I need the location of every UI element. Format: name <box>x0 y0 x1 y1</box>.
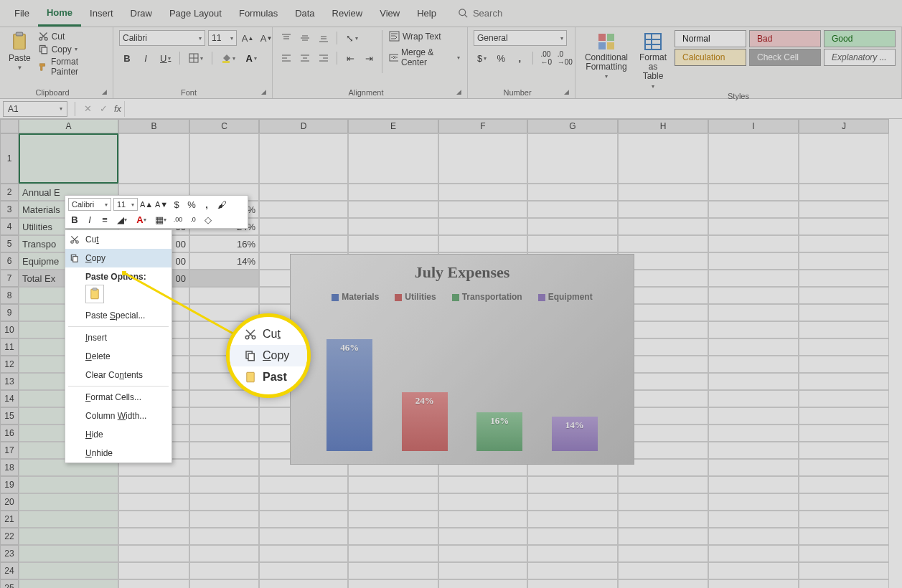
cell-D5[interactable] <box>259 235 348 252</box>
cell-J14[interactable] <box>799 390 889 407</box>
column-header-C[interactable]: C <box>189 119 259 133</box>
mini-align[interactable]: ≡ <box>98 213 111 226</box>
cell-A24[interactable] <box>19 562 118 579</box>
cell-E3[interactable] <box>348 201 438 218</box>
cell-I3[interactable] <box>708 201 799 218</box>
cell-A19[interactable] <box>19 476 118 493</box>
cell-I12[interactable] <box>708 356 799 373</box>
column-header-I[interactable]: I <box>708 119 799 133</box>
merge-center-button[interactable]: Merge & Center▾ <box>387 47 461 68</box>
currency-button[interactable]: $▾ <box>474 50 490 66</box>
cell-I25[interactable] <box>708 579 799 588</box>
cell-B20[interactable] <box>118 493 189 511</box>
cell-G25[interactable] <box>527 579 618 588</box>
shrink-font-button[interactable]: A▼ <box>258 30 274 46</box>
tell-me-search[interactable]: Search <box>458 8 502 19</box>
cell-F20[interactable] <box>438 493 527 511</box>
cell-H2[interactable] <box>618 184 708 201</box>
cell-F25[interactable] <box>438 579 527 588</box>
mini-comma[interactable]: , <box>200 198 213 211</box>
style-bad[interactable]: Bad <box>749 30 821 47</box>
cell-F5[interactable] <box>438 235 527 252</box>
italic-button[interactable]: I <box>138 50 154 66</box>
mini-clear[interactable]: ◇ <box>202 213 215 226</box>
style-explanatory[interactable]: Explanatory ... <box>824 49 896 66</box>
row-header-4[interactable]: 4 <box>0 218 19 235</box>
font-color-button[interactable]: A▾ <box>242 50 260 66</box>
cell-J11[interactable] <box>799 338 889 356</box>
style-check-cell[interactable]: Check Cell <box>749 49 821 66</box>
fx-icon[interactable]: fx <box>111 103 124 114</box>
cell-C6[interactable]: 14% <box>189 252 259 270</box>
align-bottom-button[interactable] <box>316 30 332 46</box>
cell-J2[interactable] <box>799 184 889 201</box>
column-header-G[interactable]: G <box>527 119 618 133</box>
cell-J23[interactable] <box>799 545 889 562</box>
align-middle-button[interactable] <box>297 30 313 46</box>
cell-D24[interactable] <box>259 562 348 579</box>
cut-button[interactable]: Cut <box>37 30 107 42</box>
cell-J19[interactable] <box>799 476 889 493</box>
column-header-F[interactable]: F <box>438 119 527 133</box>
cell-J12[interactable] <box>799 356 889 373</box>
cell-J4[interactable] <box>799 218 889 235</box>
row-header-13[interactable]: 13 <box>0 373 19 390</box>
row-header-23[interactable]: 23 <box>0 545 19 562</box>
align-left-button[interactable] <box>278 50 294 66</box>
mini-font-size[interactable]: 11▾ <box>113 198 138 211</box>
font-size-select[interactable]: 11▾ <box>208 30 237 46</box>
cell-D20[interactable] <box>259 493 348 511</box>
cell-J1[interactable] <box>799 133 889 184</box>
cell-H3[interactable] <box>618 201 708 218</box>
orientation-button[interactable]: ⤡▾ <box>342 30 362 46</box>
tab-data[interactable]: Data <box>286 1 323 25</box>
cell-I10[interactable] <box>708 321 799 338</box>
embedded-chart[interactable]: July Expenses Materials Utilities Transp… <box>290 254 634 465</box>
cell-J25[interactable] <box>799 579 889 588</box>
ctxt-hide[interactable]: Hide <box>65 425 172 444</box>
underline-button[interactable]: U▾ <box>156 50 174 66</box>
cell-G3[interactable] <box>527 201 618 218</box>
cell-F1[interactable] <box>438 133 527 184</box>
mini-currency[interactable]: $ <box>170 198 183 211</box>
cell-E23[interactable] <box>348 545 438 562</box>
cell-E2[interactable] <box>348 184 438 201</box>
cell-E4[interactable] <box>348 218 438 235</box>
cell-C18[interactable] <box>189 459 259 476</box>
select-all-corner[interactable] <box>0 119 19 133</box>
mini-italic[interactable]: I <box>83 213 96 226</box>
cell-C8[interactable] <box>189 287 259 304</box>
cell-J21[interactable] <box>799 511 889 528</box>
cell-G23[interactable] <box>527 545 618 562</box>
indent-increase-button[interactable]: ⇥ <box>361 50 377 66</box>
tab-view[interactable]: View <box>371 1 408 25</box>
fill-color-button[interactable]: ▾ <box>217 50 239 66</box>
row-header-1[interactable]: 1 <box>0 133 19 184</box>
cell-H1[interactable] <box>618 133 708 184</box>
column-header-H[interactable]: H <box>618 119 708 133</box>
cell-I20[interactable] <box>708 493 799 511</box>
cell-I24[interactable] <box>708 562 799 579</box>
cell-I8[interactable] <box>708 287 799 304</box>
row-header-7[interactable]: 7 <box>0 270 19 287</box>
cell-C15[interactable] <box>189 407 259 425</box>
cell-C21[interactable] <box>189 511 259 528</box>
ctxt-cut[interactable]: Cut <box>65 230 172 249</box>
cell-I2[interactable] <box>708 184 799 201</box>
column-header-J[interactable]: J <box>799 119 889 133</box>
cell-J10[interactable] <box>799 321 889 338</box>
cell-J6[interactable] <box>799 252 889 270</box>
cell-C5[interactable]: 16% <box>189 235 259 252</box>
cell-D25[interactable] <box>259 579 348 588</box>
cell-C1[interactable] <box>189 133 259 184</box>
ctxt-column-width[interactable]: Column Width... <box>65 407 172 425</box>
cell-B23[interactable] <box>118 545 189 562</box>
increase-decimal-button[interactable]: .00←0 <box>538 50 554 66</box>
cell-I17[interactable] <box>708 442 799 459</box>
mini-bold[interactable]: B <box>68 213 81 226</box>
cell-E1[interactable] <box>348 133 438 184</box>
mini-dec-decimal[interactable]: .0 <box>187 213 199 226</box>
row-header-25[interactable]: 25 <box>0 579 19 588</box>
format-painter-button[interactable]: Format Painter <box>37 56 107 77</box>
ctxt-unhide[interactable]: Unhide <box>65 444 172 463</box>
